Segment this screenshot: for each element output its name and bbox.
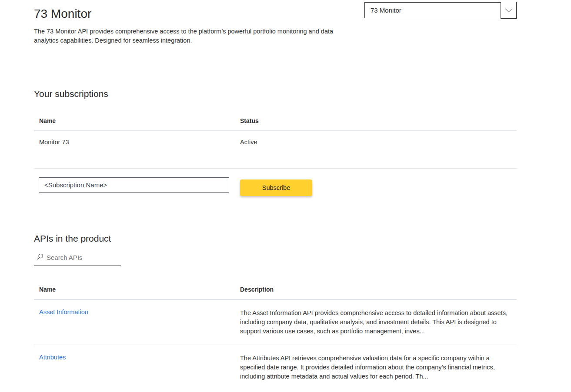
api-link-attributes[interactable]: Attributes [39, 354, 66, 361]
subscriptions-table: Name Status Monitor 73 Active [34, 117, 517, 169]
subscribe-form: Subscribe [39, 177, 517, 196]
product-selector[interactable]: 73 Monitor [364, 2, 517, 19]
subscription-name: Monitor 73 [34, 131, 240, 168]
api-row-asset-information: Asset Information The Asset Information … [34, 300, 517, 345]
subscription-row: Monitor 73 Active [34, 131, 517, 169]
apis-table: Name Description Asset Information The A… [34, 286, 517, 390]
search-icon [37, 253, 43, 262]
apis-section: APIs in the product Name Description Ass… [34, 233, 517, 390]
apis-table-header: Name Description [34, 286, 517, 300]
subscriptions-table-header: Name Status [34, 117, 517, 131]
subscription-name-input[interactable] [39, 177, 229, 193]
column-header-description: Description [240, 286, 517, 299]
page-description: The 73 Monitor API provides comprehensiv… [34, 27, 347, 45]
api-row-attributes: Attributes The Attributes API retrieves … [34, 345, 517, 390]
api-search[interactable] [34, 253, 121, 266]
subscribe-button[interactable]: Subscribe [240, 179, 312, 196]
api-description: The Asset Information API provides compr… [240, 309, 515, 336]
column-header-name: Name [34, 286, 240, 299]
subscriptions-heading: Your subscriptions [34, 89, 517, 99]
product-selector-value[interactable]: 73 Monitor [364, 2, 501, 18]
chevron-down-icon [505, 7, 513, 14]
subscriptions-section: Your subscriptions Name Status Monitor 7… [34, 89, 517, 196]
api-description: The Attributes API retrieves comprehensi… [240, 354, 515, 381]
product-selector-toggle[interactable] [501, 2, 517, 19]
page-content: 73 Monitor 73 Monitor The 73 Monitor API… [34, 0, 517, 390]
column-header-name: Name [34, 117, 240, 130]
apis-heading: APIs in the product [34, 233, 517, 244]
column-header-status: Status [240, 117, 517, 130]
api-link-asset-information[interactable]: Asset Information [39, 309, 88, 316]
subscription-status: Active [240, 131, 517, 168]
search-apis-input[interactable] [47, 254, 116, 261]
